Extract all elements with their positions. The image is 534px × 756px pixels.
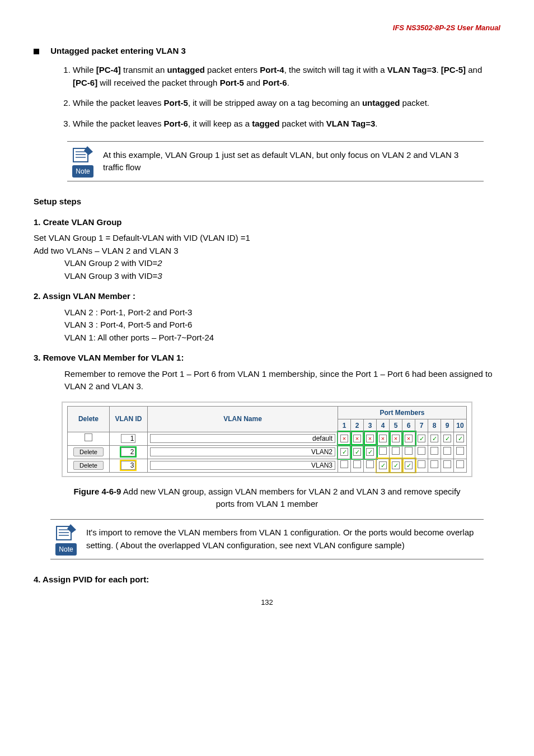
body-text: VLAN 2 : Port-1, Port-2 and Port-3 [64,306,500,319]
member-cell[interactable] [415,459,428,472]
vlanname-cell[interactable] [148,459,338,472]
checkbox-icon[interactable] [456,447,464,455]
delete-cell[interactable]: Delete [68,445,110,459]
cross-icon[interactable]: × [366,435,374,442]
check-icon[interactable]: ✓ [379,461,387,469]
vlanname-cell[interactable] [148,445,338,459]
check-icon[interactable]: ✓ [443,435,451,442]
member-cell[interactable]: ✓ [402,459,415,472]
check-icon[interactable]: ✓ [456,435,464,442]
member-cell[interactable] [338,459,351,472]
member-cell[interactable] [402,445,415,459]
member-cell[interactable]: ✓ [390,459,402,472]
note-box: Note At this example, VLAN Group 1 just … [67,141,484,181]
checkbox-icon[interactable] [430,460,438,468]
member-cell[interactable]: ✓ [338,445,351,459]
checkbox-icon[interactable] [85,433,92,441]
section-title: Untagged packet entering VLAN 3 [34,45,500,58]
checkbox-icon[interactable] [340,460,348,468]
member-cell[interactable] [364,459,377,472]
cross-icon[interactable]: × [405,435,413,442]
member-cell[interactable] [454,459,467,472]
member-cell[interactable] [428,445,441,459]
checkbox-icon[interactable] [379,447,387,455]
checkbox-icon[interactable] [443,460,451,468]
delete-cell[interactable] [68,432,110,445]
member-cell[interactable] [454,445,467,459]
vlan-table: DeleteVLAN IDVLAN NamePort Members123456… [62,402,472,477]
port-header: 3 [364,419,377,432]
member-cell[interactable]: × [377,432,390,445]
check-icon[interactable]: ✓ [366,448,374,456]
vlanid-cell[interactable] [109,459,147,472]
checkbox-icon[interactable] [456,460,464,468]
member-cell[interactable] [441,459,454,472]
caption-a: Add new VLAN group, assign VLAN members … [123,487,461,496]
list-item: While the packet leaves Port-6, it will … [73,118,500,130]
delete-cell[interactable]: Delete [68,459,110,472]
member-cell[interactable]: × [338,432,351,445]
delete-button[interactable]: Delete [73,447,104,456]
vlanname-input[interactable] [150,461,335,470]
doc-header: IFS NS3502-8P-2S User Manual [34,22,500,34]
check-icon[interactable]: ✓ [418,435,425,442]
member-cell[interactable]: ✓ [428,432,441,445]
member-cell[interactable]: × [364,432,377,445]
body-text: VLAN 1: All other ports – Port-7~Port-24 [64,332,500,344]
check-icon[interactable]: ✓ [405,461,413,469]
member-cell[interactable] [390,445,402,459]
checkbox-icon[interactable] [430,447,438,455]
cross-icon[interactable]: × [353,435,361,442]
member-cell[interactable]: × [390,432,402,445]
col-portmembers: Port Members [338,406,467,419]
note-box: Note It's import to remove the VLAN memb… [50,519,484,559]
vlanid-cell[interactable] [109,432,147,445]
vlanid-input[interactable] [121,447,135,456]
member-cell[interactable] [415,445,428,459]
port-header: 2 [351,419,364,432]
vlanid-cell[interactable] [109,445,147,459]
member-cell[interactable] [428,459,441,472]
member-cell[interactable] [441,445,454,459]
member-cell[interactable] [377,445,390,459]
body-text: Set VLAN Group 1 = Default-VLAN with VID… [34,232,500,245]
step-3: 3. Remove VLAN Member for VLAN 1: [34,352,500,365]
member-cell[interactable]: ✓ [454,432,467,445]
member-cell[interactable]: ✓ [351,445,364,459]
member-cell[interactable]: × [351,432,364,445]
member-cell[interactable]: ✓ [415,432,428,445]
checkbox-icon[interactable] [366,460,374,468]
checkbox-icon[interactable] [418,447,425,455]
col-vlanid: VLAN ID [109,406,147,432]
member-cell[interactable]: ✓ [364,445,377,459]
body-text: VLAN Group 2 with VID=2 [64,257,500,270]
cross-icon[interactable]: × [379,435,387,442]
checkbox-icon[interactable] [353,460,361,468]
delete-button[interactable]: Delete [73,461,104,470]
check-icon[interactable]: ✓ [430,435,438,442]
vlanname-input[interactable] [150,447,335,456]
cross-icon[interactable]: × [392,435,400,442]
checkbox-icon[interactable] [405,447,413,455]
vlanname-cell[interactable] [148,432,338,445]
member-cell[interactable]: ✓ [441,432,454,445]
vlanname-input[interactable] [150,434,335,443]
vlanid-input[interactable] [121,434,135,443]
member-cell[interactable]: × [402,432,415,445]
check-icon[interactable]: ✓ [340,448,348,456]
col-vlanname: VLAN Name [148,406,338,432]
checkbox-icon[interactable] [418,460,425,468]
check-icon[interactable]: ✓ [392,461,400,469]
member-cell[interactable] [351,459,364,472]
body-text: VLAN 3 : Port-4, Port-5 and Port-6 [64,319,500,332]
check-icon[interactable]: ✓ [353,448,361,456]
step-2: 2. Assign VLAN Member : [34,290,500,303]
port-header: 7 [415,419,428,432]
cross-icon[interactable]: × [340,435,348,442]
checkbox-icon[interactable] [392,447,400,455]
step-1: 1. Create VLAN Group [34,216,500,229]
checkbox-icon[interactable] [443,447,451,455]
vlanid-input[interactable] [121,461,135,470]
title-text: Untagged packet entering VLAN 3 [50,46,186,55]
member-cell[interactable]: ✓ [377,459,390,472]
